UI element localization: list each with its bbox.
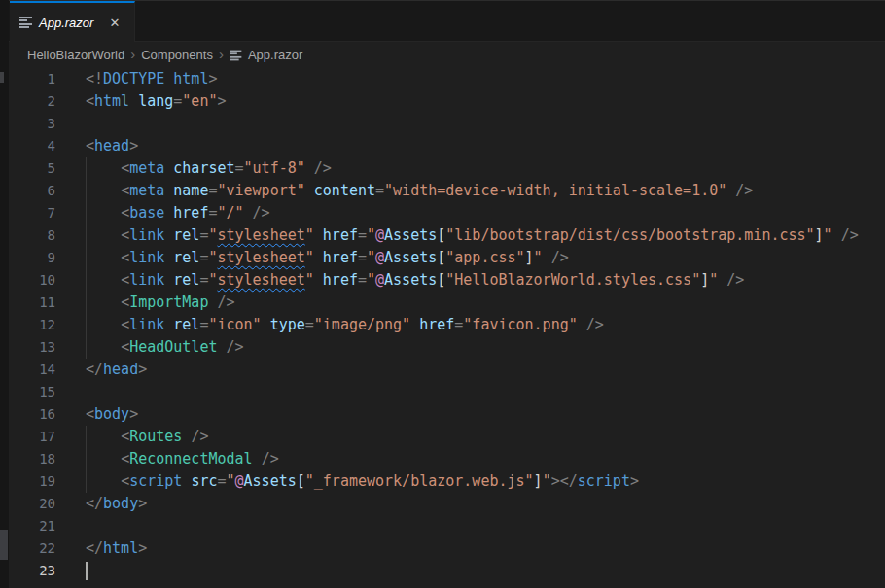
line-number[interactable]: 2 [9,90,55,113]
code-line[interactable]: 4<head> [9,135,885,157]
code-text: <base href="/" /> [86,202,270,225]
code-line[interactable]: 21 [9,515,885,537]
editor-tab-bar: App.razor ✕ [9,0,885,42]
code-line[interactable]: 13 <HeadOutlet /> [9,336,885,359]
line-number[interactable]: 21 [9,515,55,537]
razor-file-icon [19,17,32,28]
code-editor[interactable]: 1<!DOCTYPE html>2<html lang="en">34<head… [9,68,885,588]
code-line[interactable]: 14</head> [9,359,885,381]
code-line[interactable]: 3 [9,113,885,135]
line-number[interactable]: 17 [9,426,55,448]
code-text: <Routes /> [86,426,208,448]
code-text: <HeadOutlet /> [86,336,244,359]
code-line[interactable]: 22</html> [9,537,885,560]
chevron-right-icon: › [219,47,224,61]
line-number[interactable]: 14 [9,359,55,381]
code-line[interactable]: 17 <Routes /> [9,426,885,448]
code-line[interactable]: 18 <ReconnectModal /> [9,448,885,470]
tab-app-razor[interactable]: App.razor ✕ [10,1,135,42]
breadcrumb-item-components[interactable]: Components [141,48,213,62]
razor-file-icon [230,50,242,60]
line-number[interactable]: 20 [9,493,55,515]
line-number[interactable]: 12 [9,314,55,336]
code-text: <link rel="icon" type="image/png" href="… [86,314,604,336]
line-number[interactable]: 10 [9,269,55,292]
code-line[interactable]: 7 <base href="/" /> [9,202,885,225]
code-line[interactable]: 16<body> [9,403,885,426]
line-number[interactable]: 3 [9,113,55,135]
code-text: </body> [86,493,147,515]
code-line[interactable]: 12 <link rel="icon" type="image/png" hre… [9,314,885,336]
breadcrumb-item-file[interactable]: App.razor [248,48,302,62]
code-line[interactable]: 9 <link rel="stylesheet" href="@Assets["… [9,247,885,269]
line-number[interactable]: 22 [9,537,55,560]
line-number[interactable]: 9 [9,247,55,269]
panel-edge-marker [0,72,4,83]
code-text: <link rel="stylesheet" href="@Assets["He… [86,269,744,292]
code-lines: 1<!DOCTYPE html>2<html lang="en">34<head… [9,68,885,582]
code-line[interactable]: 1<!DOCTYPE html> [9,68,885,90]
line-number[interactable]: 1 [9,68,55,90]
line-number[interactable]: 11 [9,292,55,314]
code-line[interactable]: 20</body> [9,493,885,515]
code-text: <head> [86,135,138,157]
code-text: </html> [86,537,147,560]
code-text: <ImportMap /> [86,292,235,314]
code-text: <html lang="en"> [86,90,227,113]
code-line[interactable]: 5 <meta charset="utf-8" /> [9,157,885,180]
code-line[interactable]: 6 <meta name="viewport" content="width=d… [9,180,885,202]
code-line[interactable]: 19 <script src="@Assets["_framework/blaz… [9,470,885,493]
code-line[interactable]: 15 [9,381,885,403]
code-line[interactable]: 2<html lang="en"> [9,90,885,113]
tab-label: App.razor [39,16,93,30]
cropped-side-panel-edge [0,0,9,588]
close-tab-icon[interactable]: ✕ [106,15,123,31]
line-number[interactable]: 13 [9,336,55,359]
line-number[interactable]: 4 [9,135,55,157]
code-text: <body> [86,403,138,426]
code-text: <ReconnectModal /> [86,448,279,470]
breadcrumb-item-project[interactable]: HelloBlazorWorld [27,48,124,62]
code-line[interactable]: 8 <link rel="stylesheet" href="@Assets["… [9,225,885,247]
code-text: <meta charset="utf-8" /> [86,157,332,180]
line-number[interactable]: 6 [9,180,55,202]
line-number[interactable]: 8 [9,225,55,247]
code-line[interactable]: 11 <ImportMap /> [9,292,885,314]
chevron-right-icon: › [130,47,135,61]
code-text: <!DOCTYPE html> [86,68,217,90]
code-text: <link rel="stylesheet" href="@Assets["li… [86,225,859,247]
line-number[interactable]: 19 [9,470,55,493]
text-cursor [86,562,88,580]
line-number[interactable]: 5 [9,157,55,180]
code-text: </head> [86,359,147,381]
code-text: <link rel="stylesheet" href="@Assets["ap… [86,247,569,269]
code-line[interactable]: 10 <link rel="stylesheet" href="@Assets[… [9,269,885,292]
breadcrumb: HelloBlazorWorld › Components › App.razo… [9,42,885,68]
line-number[interactable]: 15 [9,381,55,403]
line-number[interactable]: 23 [9,560,55,582]
code-line[interactable]: 23 [9,560,885,582]
line-number[interactable]: 7 [9,202,55,225]
line-number[interactable]: 18 [9,448,55,470]
line-number[interactable]: 16 [9,403,55,426]
panel-scrollbar-thumb[interactable] [0,530,8,560]
code-text: <meta name="viewport" content="width=dev… [86,180,753,202]
code-text: <script src="@Assets["_framework/blazor.… [86,470,639,493]
